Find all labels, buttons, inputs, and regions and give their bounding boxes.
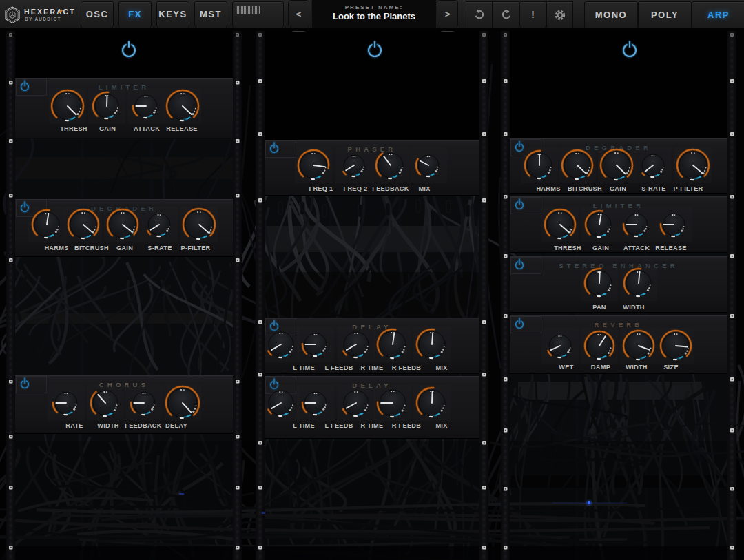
svg-text:GAIN: GAIN <box>610 185 626 192</box>
svg-text:GAIN: GAIN <box>592 245 609 251</box>
svg-text:WIDTH: WIDTH <box>623 304 645 311</box>
svg-text:FREQ 2: FREQ 2 <box>344 185 368 192</box>
svg-text:DAMP: DAMP <box>591 364 610 371</box>
svg-text:FREQ 1: FREQ 1 <box>309 185 333 192</box>
svg-text:L TIME: L TIME <box>293 422 315 429</box>
svg-text:MIX: MIX <box>435 422 448 429</box>
svg-text:THRESH: THRESH <box>554 245 581 251</box>
svg-text:HARMS: HARMS <box>44 245 68 251</box>
svg-text:L FEEDB: L FEEDB <box>324 422 353 429</box>
svg-text:R TIME: R TIME <box>361 422 384 429</box>
svg-text:WIDTH: WIDTH <box>97 422 119 429</box>
svg-text:STEREO ENHANCER: STEREO ENHANCER <box>559 262 679 269</box>
svg-text:R FEEDB: R FEEDB <box>392 364 421 371</box>
svg-text:SIZE: SIZE <box>663 364 679 371</box>
svg-text:HARMS: HARMS <box>536 185 560 192</box>
svg-text:BITCRUSH: BITCRUSH <box>568 185 602 192</box>
svg-text:FEEDBACK: FEEDBACK <box>125 422 162 429</box>
svg-text:PAN: PAN <box>592 304 606 311</box>
svg-text:REVERB: REVERB <box>595 321 643 329</box>
svg-text:DELAY: DELAY <box>165 422 187 429</box>
svg-text:R TIME: R TIME <box>361 364 384 371</box>
svg-text:MIX: MIX <box>418 185 431 192</box>
svg-text:MIX: MIX <box>435 364 448 371</box>
svg-text:S-RATE: S-RATE <box>147 245 172 251</box>
svg-text:THRESH: THRESH <box>60 125 87 132</box>
svg-text:P-FILTER: P-FILTER <box>180 245 210 251</box>
svg-text:L FEEDB: L FEEDB <box>324 364 353 371</box>
svg-text:FEEDBACK: FEEDBACK <box>372 185 409 192</box>
svg-text:S-RATE: S-RATE <box>641 185 665 192</box>
svg-text:GAIN: GAIN <box>116 245 133 251</box>
svg-text:ATTACK: ATTACK <box>134 125 160 132</box>
svg-text:ATTACK: ATTACK <box>623 245 650 251</box>
svg-text:R FEEDB: R FEEDB <box>392 422 421 429</box>
svg-text:L TIME: L TIME <box>293 364 315 371</box>
svg-text:WET: WET <box>559 364 573 371</box>
svg-text:RATE: RATE <box>65 422 83 429</box>
svg-text:RELEASE: RELEASE <box>655 245 687 251</box>
svg-text:WIDTH: WIDTH <box>626 364 648 371</box>
svg-text:RELEASE: RELEASE <box>166 125 198 132</box>
svg-text:BITCRUSH: BITCRUSH <box>74 245 109 251</box>
svg-text:GAIN: GAIN <box>99 125 116 132</box>
svg-text:P-FILTER: P-FILTER <box>673 185 703 192</box>
